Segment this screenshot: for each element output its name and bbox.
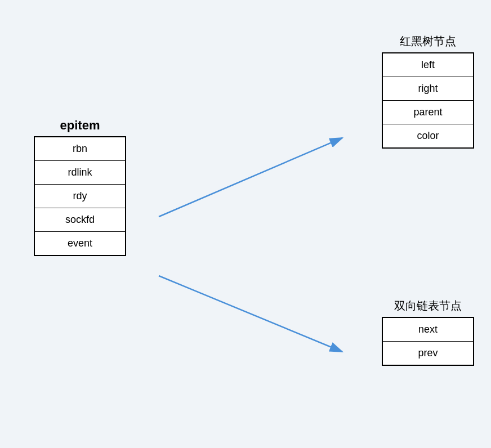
- rbtree-box: left right parent color: [382, 52, 474, 149]
- diagram-container: epitem rbn rdlink rdy sockfd event 红黑树节点…: [0, 0, 491, 448]
- svg-line-2: [159, 276, 342, 352]
- svg-line-1: [159, 138, 342, 217]
- dlist-box: next prev: [382, 317, 474, 366]
- dlist-title: 双向链表节点: [382, 298, 474, 313]
- dlist-field-next: next: [383, 318, 473, 342]
- epitem-field-event: event: [35, 232, 125, 255]
- rbtree-field-left: left: [383, 53, 473, 77]
- epitem-field-rdy: rdy: [35, 185, 125, 208]
- rbtree-field-color: color: [383, 124, 473, 147]
- epitem-section: epitem rbn rdlink rdy sockfd event: [34, 118, 126, 256]
- epitem-field-sockfd: sockfd: [35, 208, 125, 232]
- rbtree-field-right: right: [383, 77, 473, 101]
- rbtree-field-parent: parent: [383, 101, 473, 124]
- dlist-field-prev: prev: [383, 342, 473, 365]
- dlist-section: 双向链表节点 next prev: [382, 298, 474, 366]
- rbtree-section: 红黑树节点 left right parent color: [382, 34, 474, 149]
- rbtree-title: 红黑树节点: [382, 34, 474, 49]
- epitem-box: rbn rdlink rdy sockfd event: [34, 136, 126, 256]
- epitem-title: epitem: [34, 118, 126, 133]
- epitem-field-rdlink: rdlink: [35, 161, 125, 185]
- epitem-field-rbn: rbn: [35, 137, 125, 161]
